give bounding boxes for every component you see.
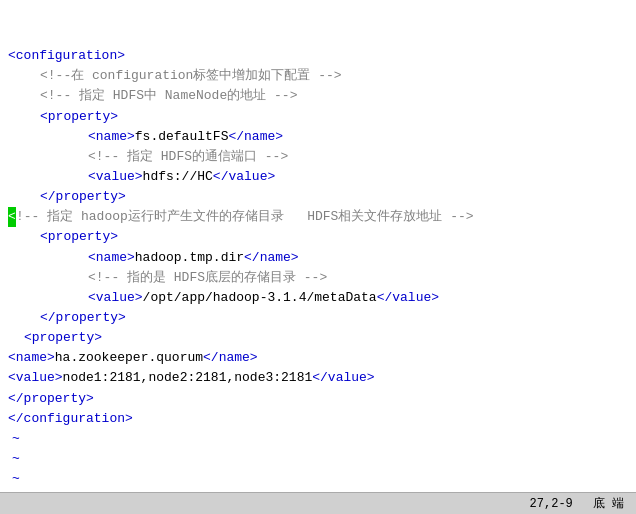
status-bar: 27,2-9 底 端 [0,492,636,514]
code-line-21: </configuration> [8,409,628,429]
tilde-line-1: ~ [8,429,628,449]
code-line-9: <value>hdfs://HC</value> [8,167,628,187]
code-line-10: </property> [8,187,628,207]
tilde-line-4: ~ [8,489,628,492]
code-line-13: <name>hadoop.tmp.dir</name> [8,248,628,268]
code-line-14: <!-- 指的是 HDFS底层的存储目录 --> [8,268,628,288]
tilde-line-3: ~ [8,469,628,489]
code-line-18: <name>ha.zookeeper.quorum</name> [8,348,628,368]
code-editor[interactable]: <configuration> <!--在 configuration标签中增加… [0,0,636,492]
code-line-4: <!--在 configuration标签中增加如下配置 --> [8,66,628,86]
code-line-19: <value>node1:2181,node2:2181,node3:2181<… [8,368,628,388]
code-line-8: <!-- 指定 HDFS的通信端口 --> [8,147,628,167]
editor-mode: 底 端 [593,495,624,512]
code-line-1 [8,6,628,26]
code-line-7: <name>fs.defaultFS</name> [8,127,628,147]
cursor: < [8,207,16,227]
code-line-3: <configuration> [8,46,628,66]
code-line-5: <!-- 指定 HDFS中 NameNode的地址 --> [8,86,628,106]
tilde-line-2: ~ [8,449,628,469]
cursor-position: 27,2-9 [530,497,573,511]
code-line-15: <value>/opt/app/hadoop-3.1.4/metaData</v… [8,288,628,308]
code-line-17: <property> [8,328,628,348]
code-line-16: </property> [8,308,628,328]
code-line-6: <property> [8,107,628,127]
code-line-2 [8,26,628,46]
code-line-20: </property> [8,389,628,409]
code-line-12: <property> [8,227,628,247]
code-line-11: <!-- 指定 hadoop运行时产生文件的存储目录 HDFS相关文件存放地址 … [8,207,628,227]
